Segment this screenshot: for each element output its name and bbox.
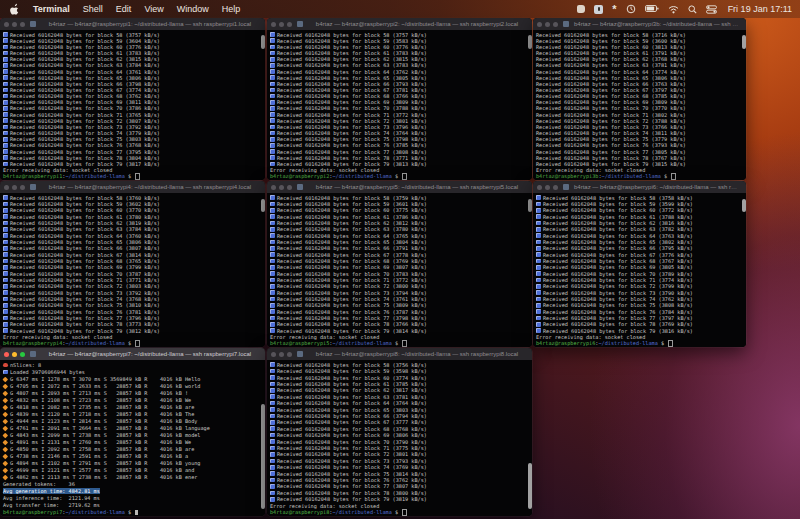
terminal-line-text: Received 60162048 bytes for block 64 (37… bbox=[277, 400, 427, 406]
window-titlebar[interactable]: b4rtaz — b4rtaz@raspberrypi5: ~/distribu… bbox=[267, 181, 532, 193]
close-button[interactable] bbox=[271, 352, 276, 357]
terminal-body[interactable]: Received 60162048 bytes for block 58 (37… bbox=[267, 360, 532, 516]
terminal-body[interactable]: Received 60162048 bytes for block 58 (37… bbox=[267, 193, 532, 347]
scrollbar[interactable] bbox=[742, 194, 746, 346]
terminal-body[interactable]: Received 60162048 bytes for block 58 (37… bbox=[267, 30, 532, 180]
scrollbar[interactable] bbox=[528, 31, 532, 179]
close-button[interactable] bbox=[4, 185, 9, 190]
minimize-button[interactable] bbox=[279, 352, 284, 357]
terminal-window-pi1[interactable]: b4rtaz — b4rtaz@raspberrypi1: ~/distribu… bbox=[0, 18, 265, 180]
window-titlebar[interactable]: b4rtaz — b4rtaz@raspberrypi6: ~/distribu… bbox=[533, 181, 746, 193]
scrollbar-thumb[interactable] bbox=[528, 463, 532, 509]
scrollbar-thumb[interactable] bbox=[742, 199, 746, 213]
apple-menu-icon[interactable] bbox=[10, 3, 20, 15]
close-button[interactable] bbox=[4, 22, 9, 27]
scrollbar-thumb[interactable] bbox=[261, 404, 265, 509]
floppy-disk-icon bbox=[536, 316, 541, 321]
spotlight-search-icon[interactable] bbox=[688, 3, 697, 15]
terminal-window-pi5[interactable]: b4rtaz — b4rtaz@raspberrypi5: ~/distribu… bbox=[267, 181, 532, 347]
close-button[interactable] bbox=[537, 22, 542, 27]
terminal-line-text: Received 60162048 bytes for block 62 (38… bbox=[277, 220, 427, 226]
zoom-button[interactable] bbox=[287, 22, 292, 27]
close-button[interactable] bbox=[537, 185, 542, 190]
zoom-button[interactable] bbox=[287, 185, 292, 190]
floppy-disk-icon bbox=[3, 297, 8, 302]
stat-line: Avg inference time: 2121.94 ms bbox=[3, 495, 259, 502]
close-button[interactable] bbox=[271, 185, 276, 190]
scrollbar[interactable] bbox=[261, 361, 265, 515]
terminal-window-pi2[interactable]: b4rtaz — b4rtaz@raspberrypi2: ~/distribu… bbox=[267, 18, 532, 180]
terminal-line-text: Received 60162048 bytes for block 69 (38… bbox=[536, 99, 686, 105]
terminal-line-text: Received 60162048 bytes for block 63 (37… bbox=[277, 226, 427, 232]
terminal-line-text: Received 60162048 bytes for block 59 (35… bbox=[277, 38, 427, 44]
battery-icon[interactable] bbox=[645, 3, 659, 15]
minimize-button[interactable] bbox=[545, 185, 550, 190]
time-machine-icon[interactable] bbox=[626, 3, 636, 15]
menu-shell[interactable]: Shell bbox=[83, 4, 103, 14]
terminal-body[interactable]: Received 60162048 bytes for block 58 (37… bbox=[0, 30, 265, 180]
terminal-window-pi8[interactable]: b4rtaz — b4rtaz@raspberrypi8: ~/distribu… bbox=[267, 348, 532, 516]
scrollbar-thumb[interactable] bbox=[742, 35, 746, 48]
zoom-button[interactable] bbox=[287, 352, 292, 357]
terminal-body[interactable]: Received 60162048 bytes for block 58 (37… bbox=[533, 30, 746, 180]
terminal-line-text: Received 60162048 bytes for block 65 (38… bbox=[543, 239, 693, 245]
minimize-button[interactable] bbox=[545, 22, 550, 27]
scrollbar[interactable] bbox=[528, 194, 532, 346]
password-app-icon[interactable] bbox=[594, 3, 603, 15]
hand-icon[interactable] bbox=[577, 3, 585, 15]
scrollbar-thumb[interactable] bbox=[261, 35, 265, 48]
scrollbar[interactable] bbox=[528, 361, 532, 515]
scrollbar-thumb[interactable] bbox=[528, 199, 532, 213]
menu-window[interactable]: Window bbox=[177, 4, 209, 14]
scrollbar-thumb[interactable] bbox=[261, 199, 265, 213]
zoom-button[interactable] bbox=[20, 185, 25, 190]
minimize-button[interactable] bbox=[12, 185, 17, 190]
asterisk-app-icon[interactable]: * bbox=[612, 3, 616, 15]
menu-edit[interactable]: Edit bbox=[116, 4, 132, 14]
minimize-button[interactable] bbox=[12, 22, 17, 27]
minimize-button[interactable] bbox=[279, 185, 284, 190]
zoom-button[interactable] bbox=[553, 185, 558, 190]
terminal-line-text: Received 60162048 bytes for block 66 (37… bbox=[277, 413, 427, 419]
scrollbar[interactable] bbox=[742, 31, 746, 179]
menu-clock[interactable]: Fri 19 Jan 17:11 bbox=[728, 4, 792, 14]
zoom-button[interactable] bbox=[553, 22, 558, 27]
scrollbar-thumb[interactable] bbox=[528, 35, 532, 48]
terminal-body[interactable]: nSlices: 8Loaded 39706066944 bytesG 6347… bbox=[0, 360, 265, 516]
terminal-window-pi4[interactable]: b4rtaz — b4rtaz@raspberrypi4: ~/distribu… bbox=[0, 181, 265, 347]
terminal-line-text: Received 60162048 bytes for block 76 (37… bbox=[277, 477, 427, 483]
terminal-body[interactable]: Received 60162048 bytes for block 58 (37… bbox=[0, 193, 265, 347]
menu-view[interactable]: View bbox=[144, 4, 163, 14]
minimize-button[interactable] bbox=[12, 352, 17, 357]
menu-help[interactable]: Help bbox=[222, 4, 241, 14]
window-titlebar[interactable]: b4rtaz — b4rtaz@raspberrypi3b: ~/distrib… bbox=[533, 18, 746, 30]
terminal-window-pi6[interactable]: b4rtaz — b4rtaz@raspberrypi6: ~/distribu… bbox=[533, 181, 746, 347]
wifi-icon[interactable] bbox=[668, 3, 679, 15]
menu-app-name[interactable]: Terminal bbox=[33, 4, 70, 14]
window-titlebar[interactable]: b4rtaz — b4rtaz@raspberrypi8: ~/distribu… bbox=[267, 348, 532, 360]
floppy-disk-icon bbox=[270, 297, 275, 302]
close-button[interactable] bbox=[271, 22, 276, 27]
terminal-line-text: Received 60162048 bytes for block 79 (38… bbox=[277, 161, 427, 167]
terminal-line-text: Received 60162048 bytes for block 60 (37… bbox=[277, 207, 427, 213]
scrollbar[interactable] bbox=[261, 31, 265, 179]
terminal-line-text: Received 60162048 bytes for block 78 (37… bbox=[10, 321, 160, 327]
window-titlebar[interactable]: b4rtaz — b4rtaz@raspberrypi2: ~/distribu… bbox=[267, 18, 532, 30]
terminal-body[interactable]: Received 60162048 bytes for block 58 (37… bbox=[533, 193, 746, 347]
terminal-window-pi7[interactable]: b4rtaz — b4rtaz@raspberrypi7: ~/distribu… bbox=[0, 348, 265, 516]
close-button[interactable] bbox=[4, 352, 9, 357]
window-titlebar[interactable]: b4rtaz — b4rtaz@raspberrypi1: ~/distribu… bbox=[0, 18, 265, 30]
window-titlebar[interactable]: b4rtaz — b4rtaz@raspberrypi4: ~/distribu… bbox=[0, 181, 265, 193]
minimize-button[interactable] bbox=[279, 22, 284, 27]
terminal-window-pi3b[interactable]: b4rtaz — b4rtaz@raspberrypi3b: ~/distrib… bbox=[533, 18, 746, 180]
floppy-disk-icon bbox=[3, 32, 8, 37]
scrollbar[interactable] bbox=[261, 194, 265, 346]
zoom-button[interactable] bbox=[20, 22, 25, 27]
floppy-disk-icon bbox=[270, 382, 275, 387]
zoom-button[interactable] bbox=[20, 352, 25, 357]
floppy-disk-icon bbox=[3, 88, 8, 93]
terminal-line-text: G 4894 ms I 2102 ms T 2791 ms S 28857 kB… bbox=[10, 460, 201, 466]
control-center-icon[interactable] bbox=[706, 3, 717, 15]
floppy-disk-icon bbox=[270, 162, 275, 167]
window-titlebar[interactable]: b4rtaz — b4rtaz@raspberrypi7: ~/distribu… bbox=[0, 348, 265, 360]
